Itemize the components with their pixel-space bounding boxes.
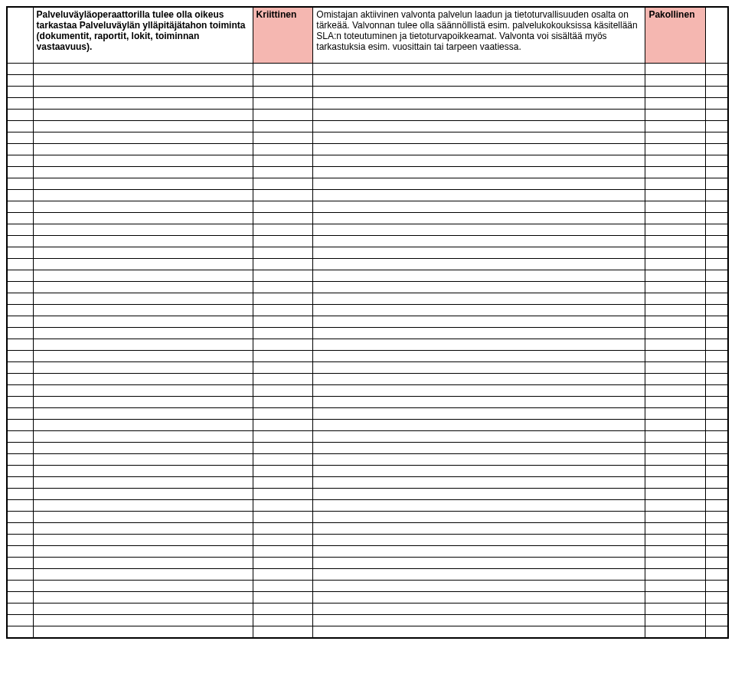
requirements-table: Palveluväyläoperaattorilla tulee olla oi… — [6, 6, 729, 639]
empty-cell — [645, 397, 706, 408]
empty-cell — [253, 569, 313, 581]
empty-cell — [33, 270, 253, 282]
empty-cell — [253, 351, 313, 362]
empty-cell — [645, 489, 706, 500]
empty-cell — [33, 592, 253, 604]
empty-cell — [313, 592, 645, 604]
table-row — [7, 282, 728, 293]
empty-cell — [706, 592, 728, 604]
empty-cell — [706, 581, 728, 592]
empty-cell — [7, 178, 33, 190]
empty-cell — [645, 178, 706, 190]
table-row — [7, 351, 728, 362]
empty-cell — [253, 477, 313, 489]
empty-cell — [313, 75, 645, 87]
empty-cell — [7, 121, 33, 132]
empty-cell — [313, 581, 645, 592]
empty-cell — [313, 512, 645, 523]
empty-cell — [7, 270, 33, 282]
empty-cell — [253, 512, 313, 523]
empty-cell — [33, 98, 253, 110]
empty-cell — [33, 466, 253, 477]
empty-cell — [706, 110, 728, 121]
empty-cell — [645, 293, 706, 305]
empty-cell — [645, 443, 706, 454]
empty-cell — [706, 213, 728, 224]
empty-cell — [706, 569, 728, 581]
empty-cell — [253, 155, 313, 167]
empty-cell — [33, 615, 253, 626]
empty-cell — [645, 431, 706, 443]
empty-cell — [313, 385, 645, 397]
empty-cell — [645, 626, 706, 639]
empty-cell — [253, 408, 313, 420]
empty-cell — [706, 500, 728, 512]
empty-cell — [33, 190, 253, 201]
empty-cell — [645, 512, 706, 523]
empty-cell — [645, 500, 706, 512]
empty-cell — [253, 305, 313, 316]
empty-cell — [253, 626, 313, 639]
empty-cell — [7, 247, 33, 259]
empty-cell — [7, 512, 33, 523]
empty-cell — [313, 259, 645, 270]
empty-cell — [706, 167, 728, 178]
empty-cell — [33, 626, 253, 639]
empty-cell — [33, 443, 253, 454]
empty-cell — [706, 305, 728, 316]
empty-cell — [645, 374, 706, 385]
empty-cell — [33, 397, 253, 408]
empty-cell — [7, 581, 33, 592]
empty-cell — [253, 328, 313, 339]
empty-cell — [313, 98, 645, 110]
empty-cell — [706, 282, 728, 293]
table-row — [7, 431, 728, 443]
table-row — [7, 443, 728, 454]
table-row — [7, 178, 728, 190]
empty-cell — [706, 75, 728, 87]
empty-cell — [313, 466, 645, 477]
empty-cell — [7, 155, 33, 167]
table-row — [7, 397, 728, 408]
empty-cell — [7, 75, 33, 87]
empty-cell — [706, 558, 728, 569]
empty-cell — [7, 190, 33, 201]
empty-cell — [7, 454, 33, 466]
empty-cell — [253, 270, 313, 282]
table-row — [7, 626, 728, 639]
empty-cell — [313, 374, 645, 385]
empty-cell — [7, 431, 33, 443]
table-row — [7, 512, 728, 523]
empty-cell — [253, 167, 313, 178]
empty-cell — [7, 546, 33, 558]
empty-cell — [253, 75, 313, 87]
empty-cell — [253, 293, 313, 305]
empty-cell — [706, 626, 728, 639]
empty-cell — [313, 546, 645, 558]
empty-cell — [313, 362, 645, 374]
empty-cell — [7, 132, 33, 144]
empty-cell — [706, 155, 728, 167]
table-row — [7, 224, 728, 236]
table-row — [7, 328, 728, 339]
empty-cell — [33, 167, 253, 178]
empty-cell — [33, 385, 253, 397]
empty-cell — [706, 535, 728, 546]
table-row — [7, 75, 728, 87]
empty-cell — [33, 581, 253, 592]
empty-cell — [33, 144, 253, 155]
table-row — [7, 466, 728, 477]
empty-cell — [645, 351, 706, 362]
empty-cell — [33, 420, 253, 431]
empty-cell — [313, 201, 645, 213]
empty-cell — [706, 328, 728, 339]
table-row — [7, 144, 728, 155]
empty-cell — [645, 144, 706, 155]
table-row — [7, 362, 728, 374]
empty-cell — [313, 397, 645, 408]
table-row — [7, 558, 728, 569]
empty-cell — [33, 282, 253, 293]
empty-cell — [645, 64, 706, 75]
empty-cell — [706, 397, 728, 408]
empty-cell — [313, 190, 645, 201]
